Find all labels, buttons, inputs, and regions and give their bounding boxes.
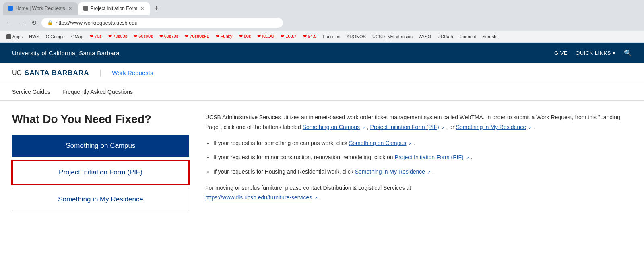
bullet-residence-link[interactable]: Something in My Residence [355,168,425,175]
give-button[interactable]: GIVE [554,50,568,56]
bookmark-google[interactable]: G Google [43,33,67,40]
bookmark-ucpath[interactable]: UCPath [435,33,456,40]
dls-link[interactable]: https://www.dls.ucsb.edu/furniture-servi… [205,194,312,201]
header-right: GIVE QUICK LINKS ▾ 🔍 [554,49,632,57]
bookmark-gmap[interactable]: GMap [69,33,86,40]
university-name: University of California, Santa Barbara [12,50,120,56]
url-text: https://www.workrequests.ucsb.edu [56,20,138,26]
right-column: UCSB Administrative Services utilizes an… [205,113,632,214]
bookmark-6070s[interactable]: ❤ 60s70s [157,33,181,40]
tab-project-initiation-form[interactable]: Project Initiation Form ✕ [78,2,150,15]
left-column: What Do You Need Fixed? Something on Cam… [12,113,189,214]
tab-home-work-requests[interactable]: Home | Work Requests ✕ [3,2,78,15]
logo-divider: | [95,69,105,77]
bookmark-7080s[interactable]: ❤ 70s80s [106,33,130,40]
lock-icon: 🔒 [47,20,53,25]
bookmark-kronos[interactable]: KRONOS [344,33,368,40]
quick-links-button[interactable]: QUICK LINKS ▾ [576,50,615,56]
bookmark-apps[interactable]: Apps [4,33,25,40]
bookmark-80s[interactable]: ❤ 80s [237,33,254,40]
tab2-favicon [83,6,88,11]
bullet-campus: If your request is for something on camp… [213,139,632,148]
bookmark-nws[interactable]: NWS [27,33,42,40]
nav-faq[interactable]: Frequently Asked Questions [62,89,133,95]
ext-icon2: ↗ [442,124,445,131]
site-header: UC SANTA BARBARA | Work Requests [0,63,644,83]
bookmark-1037[interactable]: ❤ 103.7 [278,33,299,40]
residence-link-inline[interactable]: Something in My Residence [456,124,526,130]
ext-icon3: ↗ [528,124,532,131]
bullet-residence: If your request is for Housing and Resid… [213,167,632,177]
bullet-list: If your request is for something on camp… [213,139,632,177]
something-on-campus-button[interactable]: Something on Campus [12,135,189,157]
bookmark-klou[interactable]: ❤ KLOU [255,33,277,40]
bookmark-945[interactable]: ❤ 94.5 [301,33,319,40]
bullet-pif-ext: ↗ [466,154,469,161]
tab1-label: Home | Work Requests [15,6,65,11]
new-tab-button[interactable]: + [151,3,162,14]
tab1-favicon [8,6,13,11]
bookmarks-bar: Apps NWS G Google GMap ❤ 70s ❤ 70s80s ❤ … [0,31,644,43]
tab2-close[interactable]: ✕ [140,6,145,11]
bullet-pif: If your request is for minor constructio… [213,153,632,162]
bullet-campus-link[interactable]: Something on Campus [349,140,406,146]
back-button[interactable]: ← [4,17,14,28]
reload-button[interactable]: ↻ [30,17,38,28]
work-requests-link[interactable]: Work Requests [112,69,153,76]
bookmark-6090s[interactable]: ❤ 60s90s [131,33,155,40]
campus-link-inline[interactable]: Something on Campus [303,124,360,130]
page-content: University of California, Santa Barbara … [0,43,644,226]
ext-icon1: ↗ [362,124,365,131]
tab-bar: Home | Work Requests ✕ Project Initiatio… [0,0,644,15]
bookmark-funky[interactable]: ❤ Funky [213,33,235,40]
logo-uc: UC [12,69,21,77]
logo-santa-barbara: SANTA BARBARA [25,69,89,77]
bookmark-ucsd[interactable]: UCSD_MyExtension [370,33,415,40]
bookmark-70s[interactable]: ❤ 70s [87,33,104,40]
main-content: What Do You Need Fixed? Something on Cam… [0,101,644,226]
section-title: What Do You Need Fixed? [12,113,189,126]
bookmark-connect[interactable]: Connect [457,33,479,40]
ucsb-header: University of California, Santa Barbara … [0,43,644,63]
address-bar: ← → ↻ 🔒 https://www.workrequests.ucsb.ed… [0,15,644,31]
site-nav: Service Guides Frequently Asked Question… [0,83,644,101]
site-logo: UC SANTA BARBARA [12,69,89,77]
bullet-residence-ext: ↗ [427,169,431,176]
search-icon[interactable]: 🔍 [624,49,632,57]
something-in-my-residence-button[interactable]: Something in My Residence [12,188,189,211]
forward-button[interactable]: → [17,17,27,28]
browser-chrome: Home | Work Requests ✕ Project Initiatio… [0,0,644,43]
project-initiation-form-button[interactable]: Project Initiation Form (PIF) [12,160,189,185]
footer-paragraph: For moving or surplus furniture, please … [205,183,632,203]
tab1-close[interactable]: ✕ [68,6,73,11]
dls-ext-icon: ↗ [314,195,318,201]
tab2-label: Project Initiation Form [91,6,138,11]
bookmark-ayso[interactable]: AYSO [417,33,433,40]
url-bar[interactable]: 🔒 https://www.workrequests.ucsb.edu [41,18,283,28]
bookmark-smrtsht[interactable]: Smrtsht [480,33,500,40]
bookmark-facilities[interactable]: Facilities [320,33,343,40]
bullet-campus-ext: ↗ [409,140,412,147]
intro-paragraph: UCSB Administrative Services utilizes an… [205,113,632,132]
pif-link-inline[interactable]: Project Initiation Form (PIF) [370,124,439,130]
bullet-pif-link[interactable]: Project Initiation Form (PIF) [395,154,464,160]
bookmark-7080sfl[interactable]: ❤ 70s80sFL [182,33,211,40]
nav-service-guides[interactable]: Service Guides [12,89,50,95]
